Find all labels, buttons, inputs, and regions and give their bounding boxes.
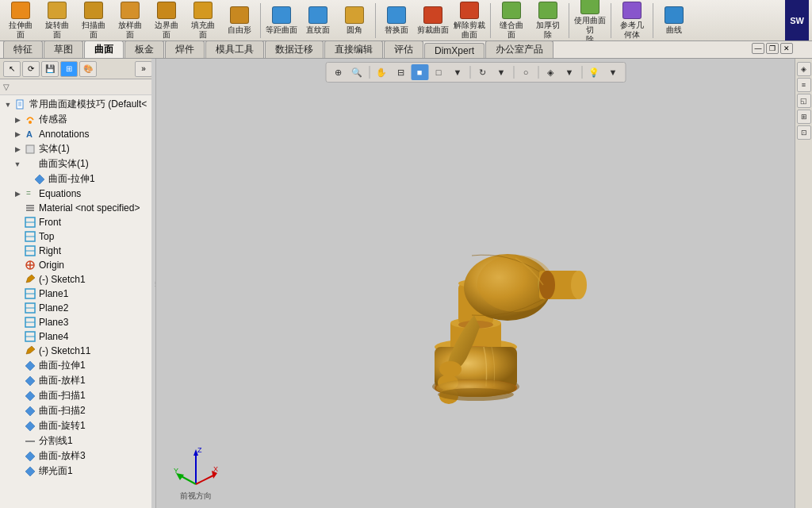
expand-icon-annotations: ▶ (13, 129, 22, 139)
toolbar-btn-scan-surface[interactable]: 扫描曲 面 (76, 0, 111, 41)
tree-item-surface-scan2[interactable]: 曲面-扫描2 (0, 403, 155, 418)
toolbar-icon-fill-surface (193, 2, 213, 19)
toolbar-btn-circle[interactable]: 圆角 (337, 5, 372, 37)
tree-item-surface-stretch1[interactable]: 曲面-拉伸1 (0, 171, 155, 187)
tree-item-top[interactable]: Top (0, 229, 155, 244)
close-button[interactable]: ✕ (780, 43, 793, 54)
toolbar-btn-curve[interactable]: 曲线 (657, 5, 691, 37)
svg-point-47 (439, 361, 462, 377)
tree-item-plane1[interactable]: Plane1 (0, 287, 155, 301)
tree-item-surface-loft2[interactable]: 曲面-放样3 (0, 448, 155, 464)
expand-icon-top (13, 232, 22, 241)
toolbar-btn-curve-surface-cut[interactable]: 使用曲面切 除 (573, 0, 607, 41)
resize-handle[interactable]: ⋮ (151, 59, 155, 508)
expand-icon-plane2 (13, 303, 22, 313)
tab-surface[interactable]: 曲面 (84, 40, 124, 58)
toolbar-btn-equal-dist-surface[interactable]: 等距曲面 (264, 5, 299, 37)
item-icon-surface-scan2 (24, 405, 36, 418)
expand-icon-right (13, 246, 22, 256)
expand-icon-surface-solid1: ▼ (13, 160, 22, 169)
item-label-solid1: 实体(1) (39, 142, 70, 156)
tree-item-root[interactable]: ▼常用曲面建模技巧 (Default< (0, 97, 155, 112)
panel-tool-expand[interactable]: » (135, 61, 152, 77)
panel-tool-color[interactable]: 🎨 (79, 61, 97, 77)
tree-item-origin[interactable]: Origin (0, 258, 155, 272)
panel-tool-arrow[interactable]: ↖ (3, 61, 21, 77)
right-btn-4[interactable]: ⊞ (797, 110, 811, 124)
panel-tool-grid[interactable]: ⊞ (60, 61, 78, 77)
toolbar-btn-cut-surface[interactable]: 剪裁曲面 (416, 5, 450, 37)
toolbar-btn-merge-surface[interactable]: 缝合曲 面 (494, 0, 529, 41)
item-label-sensors: 传感器 (39, 113, 67, 126)
item-icon-surface-loft1 (24, 375, 36, 387)
tree-item-equations[interactable]: ▶=Equations (0, 187, 155, 201)
toolbar-label-edge-surface: 边界曲 面 (155, 21, 178, 40)
tab-weld[interactable]: 焊件 (165, 40, 205, 58)
tab-direct-edit[interactable]: 直接编辑 (324, 40, 383, 58)
item-label-surface-loft2: 曲面-放样3 (39, 449, 86, 463)
tree-item-surface-stretch-2[interactable]: 曲面-拉伸1 (0, 358, 155, 373)
toolbar-btn-edge-surface[interactable]: 边界曲 面 (149, 0, 184, 41)
tree-item-surface-loft1[interactable]: 曲面-放样1 (0, 373, 155, 388)
tree-item-right[interactable]: Right (0, 244, 155, 258)
expand-icon-split-line1 (13, 437, 22, 446)
panel-tool-rotate[interactable]: ⟳ (22, 61, 40, 77)
tab-feature[interactable]: 特征 (3, 40, 43, 58)
tree-item-sketch11[interactable]: (-) Sketch11 (0, 344, 155, 358)
left-panel: ↖ ⟳ 💾 ⊞ 🎨 » ▽ ▼常用曲面建模技巧 (Default<▶传感器▶AA… (0, 59, 156, 508)
right-btn-3[interactable]: ◱ (797, 94, 811, 108)
svg-rect-6 (26, 145, 34, 153)
right-btn-1[interactable]: ◈ (797, 62, 811, 76)
tree-item-surface-solid1[interactable]: ▼曲面实体(1) (0, 156, 155, 171)
right-btn-2[interactable]: ≡ (797, 78, 811, 92)
item-label-split-line1: 分割线1 (39, 434, 73, 448)
tree-item-sensors[interactable]: ▶传感器 (0, 112, 155, 127)
toolbar-btn-rotate-surface[interactable]: 旋转曲 面 (40, 0, 75, 41)
toolbar-btn-freeform[interactable]: 自由形 (222, 5, 257, 37)
tab-mold[interactable]: 模具工具 (205, 40, 264, 58)
minimize-button[interactable]: — (752, 43, 764, 54)
toolbar-icon-edge-surface (157, 2, 176, 19)
tree-item-sketch1[interactable]: (-) Sketch1 (0, 272, 155, 287)
toolbar-btn-stretch-surface[interactable]: 拉伸曲 面 (3, 0, 38, 41)
item-label-top: Top (39, 231, 54, 242)
viewport[interactable]: ⊕ 🔍 ✋ ⊟ ■ □ ▼ ↻ ▼ ○ ◈ ▼ 💡 ▼ (156, 59, 795, 508)
item-icon-sensors (24, 114, 36, 126)
tree-item-split-line1[interactable]: 分割线1 (0, 433, 155, 448)
tree-item-plane4[interactable]: Plane4 (0, 329, 155, 344)
toolbar-btn-reference[interactable]: 参考几 何体 (615, 0, 649, 41)
tree-item-plane3[interactable]: Plane3 (0, 315, 155, 329)
svg-point-4 (29, 121, 32, 124)
toolbar-btn-remove-cut[interactable]: 解除剪裁 曲面 (452, 0, 487, 41)
toolbar-label-replace-surface: 替换面 (385, 25, 408, 35)
item-icon-sketch11 (24, 344, 36, 357)
tab-sheet[interactable]: 板金 (124, 40, 164, 58)
panel-tool-save[interactable]: 💾 (41, 61, 59, 77)
tab-evaluate[interactable]: 评估 (384, 40, 423, 58)
axis-indicator: Z Y X 前视方向 (172, 444, 220, 492)
tab-data-transfer[interactable]: 数据迁移 (265, 40, 324, 58)
toolbar-btn-loft-surface[interactable]: 放样曲 面 (113, 0, 147, 41)
tree-item-annotations[interactable]: ▶AAnnotations (0, 127, 155, 141)
tab-office[interactable]: 办公室产品 (485, 40, 553, 58)
tree-area[interactable]: ▼常用曲面建模技巧 (Default<▶传感器▶AAnnotations▶实体(… (0, 95, 155, 508)
tree-item-plane2[interactable]: Plane2 (0, 301, 155, 315)
restore-button[interactable]: ❐ (766, 43, 779, 54)
tree-item-surface-scan1[interactable]: 曲面-扫描1 (0, 388, 155, 403)
item-label-surface-solid1: 曲面实体(1) (39, 157, 89, 171)
tree-item-material[interactable]: Material <not specified> (0, 201, 155, 215)
tree-item-solid1[interactable]: ▶实体(1) (0, 141, 155, 156)
toolbar-btn-fill-surface[interactable]: 填充曲 面 (186, 0, 220, 41)
right-btn-5[interactable]: ⊡ (797, 125, 811, 140)
tree-item-surface-more[interactable]: 绑光面1 (0, 464, 155, 479)
tree-item-front[interactable]: Front (0, 215, 155, 229)
tab-dimxpert[interactable]: DimXpert (424, 43, 485, 58)
toolbar-btn-straight-surface[interactable]: 直纹面 (301, 5, 335, 37)
toolbar-separator (375, 3, 376, 38)
tab-sketch[interactable]: 草图 (44, 40, 83, 58)
toolbar-btn-replace-surface[interactable]: 替换面 (379, 5, 414, 37)
item-label-surface-scan1: 曲面-扫描1 (39, 389, 86, 402)
tree-item-surface-rotate1[interactable]: 曲面-旋转1 (0, 418, 155, 433)
item-label-surface-loft1: 曲面-放样1 (39, 374, 86, 387)
toolbar-btn-thicken-cut[interactable]: 加厚切 除 (530, 0, 565, 41)
